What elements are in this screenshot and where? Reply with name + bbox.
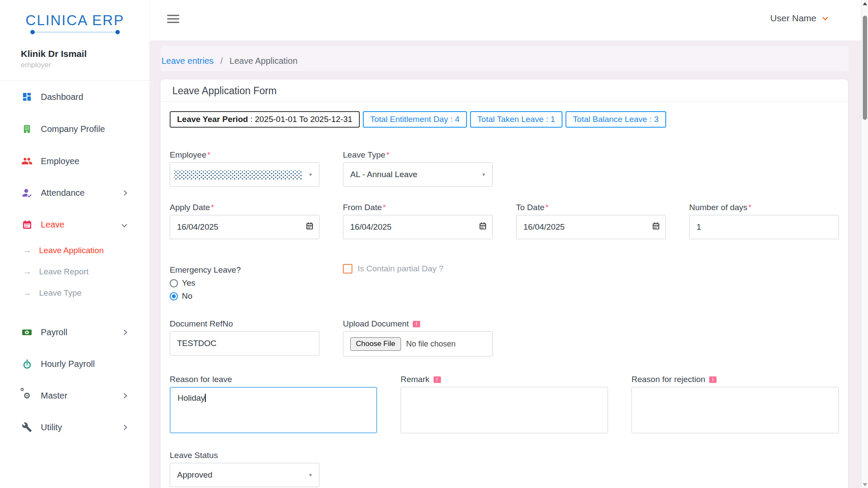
emergency-no-label: No <box>182 291 192 301</box>
upload-document-label: Upload Document! <box>343 319 493 329</box>
person-check-icon <box>21 187 33 199</box>
chevron-right-icon <box>122 190 127 196</box>
sidebar-item-label: Employee <box>41 156 79 166</box>
sidebar-item-attendance[interactable]: Attendance <box>0 182 150 203</box>
required-asterisk: * <box>211 203 214 212</box>
sidebar-item-label: Company Profile <box>41 124 105 134</box>
remark-textarea[interactable] <box>401 387 608 433</box>
arrow-right-icon: → <box>23 246 31 255</box>
app-logo[interactable]: CLINICA ERP <box>0 12 150 33</box>
calendar-picker-icon[interactable] <box>652 222 660 232</box>
reason-for-rejection-field-group: Reason for rejection! <box>631 375 839 433</box>
app-screen: CLINICA ERP Klinik Dr Ismail employer Da… <box>0 0 868 488</box>
document-refno-value: TESTDOC <box>177 339 217 348</box>
reason-for-leave-textarea[interactable]: Holiday <box>170 387 377 433</box>
company-role: employer <box>21 61 87 69</box>
sidebar-item-employee[interactable]: Employee <box>0 151 150 171</box>
select-arrow-icon: ▼ <box>481 172 486 177</box>
calendar-picker-icon[interactable] <box>479 222 487 232</box>
partial-day-checkbox-group[interactable]: Is Contain partial Day ? <box>343 264 444 274</box>
partial-day-label: Is Contain partial Day ? <box>358 264 444 274</box>
chevron-right-icon <box>122 330 127 335</box>
leave-type-label: Leave Type* <box>343 150 493 160</box>
card-header: Leave Application Form <box>161 79 848 102</box>
to-date-input[interactable]: 16/04/2025 <box>516 215 666 239</box>
user-name: User Name <box>770 13 816 23</box>
radio-checked-icon <box>170 292 178 300</box>
sidebar-item-label: Leave <box>41 220 65 230</box>
required-asterisk: * <box>748 203 751 212</box>
sidebar-item-leave[interactable]: Leave <box>0 214 150 235</box>
apply-date-label: Apply Date* <box>170 203 319 212</box>
company-block: Klinik Dr Ismail employer <box>21 49 87 69</box>
employee-label: Employee* <box>170 150 319 160</box>
sidebar-item-label: Attendance <box>41 188 85 198</box>
breadcrumb-link-leave-entries[interactable]: Leave entries <box>161 56 214 66</box>
apply-date-input[interactable]: 16/04/2025 <box>170 215 319 239</box>
gears-icon: ⚙⚙ <box>21 389 33 402</box>
topbar: User Name <box>150 0 861 40</box>
pink-flag-icon: ! <box>709 376 717 383</box>
upload-document-field-group: Upload Document! Choose File No file cho… <box>343 319 493 356</box>
document-refno-input[interactable]: TESTDOC <box>170 331 319 356</box>
sidebar-item-master[interactable]: ⚙⚙ Master <box>0 385 150 406</box>
sidebar-subitem-label: Leave Report <box>39 267 89 277</box>
number-of-days-input[interactable]: 1 <box>689 215 839 239</box>
leave-type-field-group: Leave Type* AL - Annual Leave ▼ <box>343 150 493 187</box>
required-asterisk: * <box>383 203 386 212</box>
upload-document-input[interactable]: Choose File No file chosen <box>343 331 493 356</box>
emergency-yes-option[interactable]: Yes <box>170 278 343 288</box>
user-menu[interactable]: User Name <box>770 13 827 23</box>
apply-date-field-group: Apply Date* 16/04/2025 <box>170 203 319 239</box>
scrollbar-up-arrow[interactable] <box>861 0 868 7</box>
reason-for-rejection-textarea[interactable] <box>631 387 839 433</box>
chevron-down-icon <box>122 222 127 228</box>
sidebar-item-label: Payroll <box>41 327 67 337</box>
from-date-field-group: From Date* 16/04/2025 <box>343 203 493 239</box>
to-date-label: To Date* <box>516 203 666 212</box>
sidebar-subitem-leave-application[interactable]: → Leave Application <box>0 241 150 260</box>
sidebar-item-utility[interactable]: Utility <box>0 417 150 438</box>
employee-field-group: Employee* ▼ <box>170 150 319 187</box>
sidebar-subitem-leave-type[interactable]: → Leave Type <box>0 284 150 302</box>
pink-flag-icon: ! <box>413 321 420 327</box>
sidebar-item-label: Utility <box>41 422 62 432</box>
leave-status-field-group: Leave Status Approved ▼ <box>170 451 319 487</box>
sidebar-item-hourly-payroll[interactable]: Hourly Payroll <box>0 353 150 374</box>
calendar-picker-icon[interactable] <box>306 222 313 232</box>
calendar-icon <box>21 218 33 231</box>
remark-field-group: Remark! <box>401 375 608 433</box>
required-asterisk: * <box>386 150 389 159</box>
choose-file-button[interactable]: Choose File <box>350 337 401 351</box>
from-date-input[interactable]: 16/04/2025 <box>343 215 493 239</box>
emergency-no-option[interactable]: No <box>170 291 343 301</box>
sidebar-item-company-profile[interactable]: Company Profile <box>0 119 150 139</box>
document-refno-field-group: Document RefNo TESTDOC <box>170 319 319 356</box>
leave-type-value: AL - Annual Leave <box>350 170 418 179</box>
sidebar-item-label: Master <box>41 391 67 401</box>
page-title: Leave Application Form <box>172 85 276 97</box>
leave-summary-row: Leave Year Period : 2025-01-01 To 2025-1… <box>170 111 839 128</box>
sidebar-item-payroll[interactable]: Payroll <box>0 322 150 343</box>
sidebar-item-dashboard[interactable]: Dashboard <box>0 86 150 107</box>
total-balance-badge: Total Balance Leave : 3 <box>566 111 666 128</box>
page-scrollbar[interactable] <box>861 0 868 488</box>
employee-select[interactable]: ▼ <box>170 162 319 187</box>
main-content: Leave entries / Leave Application Leave … <box>150 40 861 488</box>
arrow-right-icon: → <box>23 288 31 298</box>
checkbox-unchecked-icon[interactable] <box>343 264 352 274</box>
breadcrumb-current: Leave Application <box>230 56 298 66</box>
total-taken-badge: Total Taken Leave : 1 <box>470 111 562 128</box>
leave-type-select[interactable]: AL - Annual Leave ▼ <box>343 162 493 187</box>
sidebar-subitem-leave-report[interactable]: → Leave Report <box>0 263 150 281</box>
leave-year-period-label: Leave Year Period <box>177 115 248 124</box>
from-date-label: From Date* <box>343 203 493 212</box>
scrollbar-down-arrow[interactable] <box>861 481 868 488</box>
leave-status-value: Approved <box>177 470 212 480</box>
to-date-value: 16/04/2025 <box>523 222 565 232</box>
app-logo-text: CLINICA ERP <box>0 12 150 29</box>
leave-status-select[interactable]: Approved ▼ <box>170 463 319 487</box>
leave-year-period-badge: Leave Year Period : 2025-01-01 To 2025-1… <box>170 111 360 128</box>
scrollbar-thumb[interactable] <box>863 16 867 120</box>
hamburger-menu-icon[interactable] <box>167 15 179 25</box>
